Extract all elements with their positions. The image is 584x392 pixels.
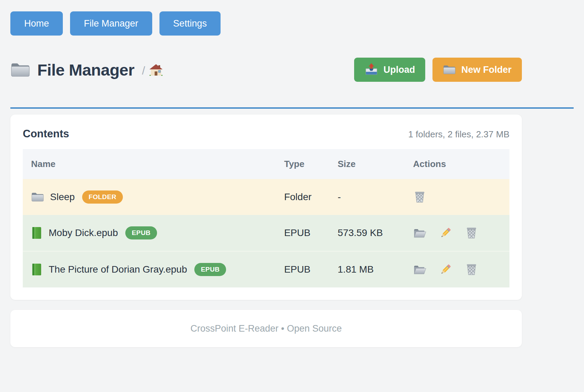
folder-icon: [10, 61, 30, 78]
size-cell: 1.81 MB: [329, 251, 405, 287]
folder-icon: [31, 192, 44, 203]
rename-button[interactable]: [439, 226, 452, 239]
nav-file-manager-button[interactable]: File Manager: [70, 11, 152, 36]
new-folder-button[interactable]: New Folder: [432, 58, 522, 82]
upload-button-label: Upload: [383, 65, 415, 75]
pencil-icon: [439, 263, 452, 276]
table-row-file: Moby Dick.epub EPUB EPUB 573.59 KB: [23, 215, 509, 251]
title-area: File Manager /: [10, 60, 163, 79]
footer-card: CrossPoint E-Reader • Open Source: [10, 310, 522, 347]
contents-summary: 1 folders, 2 files, 2.37 MB: [408, 129, 509, 140]
top-nav: Home File Manager Settings: [10, 0, 574, 36]
move-button[interactable]: [413, 227, 426, 239]
file-table: Name Type Size Actions Sleep FOLDER: [23, 149, 509, 287]
table-row-file: The Picture of Dorian Gray.epub EPUB EPU…: [23, 251, 509, 287]
header-actions: Upload New Folder: [354, 58, 522, 82]
column-header-size: Size: [329, 149, 405, 179]
folder-badge: FOLDER: [82, 190, 123, 204]
delete-button[interactable]: [465, 226, 478, 239]
contents-card-header: Contents 1 folders, 2 files, 2.37 MB: [23, 128, 509, 140]
outbox-tray-icon: [364, 63, 378, 77]
open-folder-icon: [413, 264, 426, 275]
green-book-icon: [31, 263, 43, 276]
page-title: File Manager: [37, 60, 134, 79]
new-folder-button-label: New Folder: [461, 65, 512, 75]
pencil-icon: [439, 226, 452, 239]
file-name: Moby Dick.epub: [49, 227, 118, 238]
epub-badge: EPUB: [194, 263, 226, 276]
file-table-header: Name Type Size Actions: [23, 149, 509, 179]
type-cell: Folder: [276, 179, 329, 215]
column-header-actions: Actions: [405, 149, 509, 179]
table-row-folder: Sleep FOLDER Folder -: [23, 179, 509, 215]
epub-badge: EPUB: [125, 226, 157, 239]
wastebasket-icon: [465, 226, 478, 239]
contents-card: Contents 1 folders, 2 files, 2.37 MB Nam…: [10, 115, 522, 300]
contents-heading: Contents: [23, 128, 69, 140]
file-manager-page: Home File Manager Settings File Manager …: [0, 0, 584, 347]
wastebasket-icon: [413, 190, 426, 204]
open-folder-icon: [413, 227, 426, 239]
upload-button[interactable]: Upload: [354, 58, 426, 82]
breadcrumb-home-link[interactable]: [149, 64, 163, 78]
rename-button[interactable]: [439, 263, 452, 276]
column-header-name: Name: [23, 149, 276, 179]
size-cell: -: [329, 179, 405, 215]
folder-icon: [443, 64, 456, 75]
delete-button[interactable]: [413, 190, 426, 204]
folder-name[interactable]: Sleep: [50, 192, 75, 203]
house-icon: [149, 64, 163, 78]
header-divider: [10, 107, 574, 109]
green-book-icon: [31, 226, 43, 239]
nav-settings-button[interactable]: Settings: [159, 11, 221, 36]
breadcrumb-separator: /: [142, 64, 145, 77]
type-cell: EPUB: [276, 251, 329, 287]
column-header-type: Type: [276, 149, 329, 179]
footer-text: CrossPoint E-Reader • Open Source: [191, 323, 342, 334]
wastebasket-icon: [465, 263, 478, 276]
delete-button[interactable]: [465, 263, 478, 276]
size-cell: 573.59 KB: [329, 215, 405, 251]
file-name: The Picture of Dorian Gray.epub: [49, 264, 187, 275]
move-button[interactable]: [413, 264, 426, 275]
type-cell: EPUB: [276, 215, 329, 251]
nav-home-button[interactable]: Home: [10, 11, 63, 36]
page-header: File Manager / Upload New Folder: [10, 58, 522, 82]
